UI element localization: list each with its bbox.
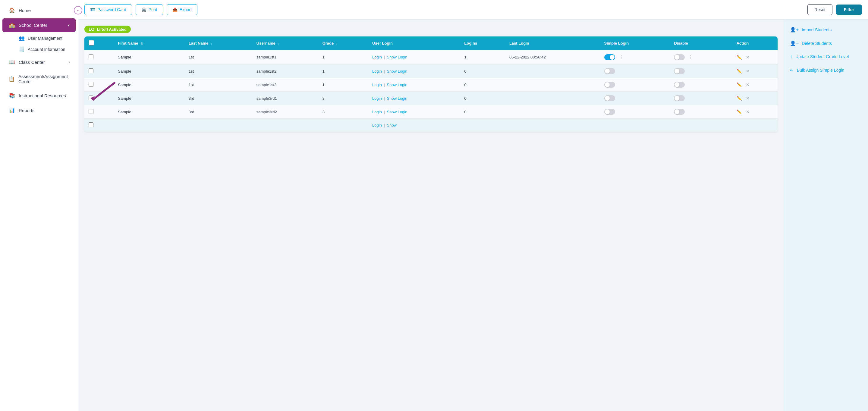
edit-button[interactable]: ✏️ xyxy=(737,69,742,73)
sort-grade-icon[interactable]: ↕ xyxy=(336,42,338,45)
disable-toggle[interactable] xyxy=(674,95,685,101)
row-checkbox-cell[interactable] xyxy=(84,64,114,78)
delete-button[interactable]: ✕ xyxy=(746,55,749,60)
show-login-link[interactable]: Show Login xyxy=(387,55,407,59)
export-icon: 📤 xyxy=(173,7,178,12)
delete-students-action[interactable]: 👤− Delete Students xyxy=(790,39,862,47)
edit-button[interactable]: ✏️ xyxy=(737,55,742,60)
edit-button[interactable]: ✏️ xyxy=(737,96,742,101)
disable-toggle[interactable] xyxy=(674,82,685,88)
cell-disable[interactable]: ⋮ xyxy=(670,50,732,64)
cell-disable[interactable] xyxy=(670,78,732,92)
show-login-link[interactable]: Show Login xyxy=(387,83,407,87)
login-link[interactable]: Login xyxy=(372,96,382,101)
bulk-assign-action[interactable]: ↵ Bulk Assign Simple Login xyxy=(790,66,862,74)
filter-button[interactable]: Filter xyxy=(836,4,862,15)
sidebar-item-school-center-label: School Center xyxy=(19,23,47,28)
sidebar-item-user-management[interactable]: 👥 User Management xyxy=(6,33,78,44)
password-card-button[interactable]: 🪪 Password Card xyxy=(84,4,132,15)
cell-simple-login[interactable] xyxy=(600,64,670,78)
disable-toggle[interactable] xyxy=(674,109,685,115)
sort-first-name-icon[interactable]: ⇅ xyxy=(141,42,143,45)
cell-user-login: Login | Show Login xyxy=(368,50,460,64)
delete-button[interactable]: ✕ xyxy=(746,109,749,114)
delete-button[interactable]: ✕ xyxy=(746,69,749,73)
simple-login-dots[interactable]: ⋮ xyxy=(617,54,625,61)
simple-login-cell[interactable] xyxy=(604,82,666,88)
disable-cell[interactable] xyxy=(674,109,728,115)
simple-login-cell[interactable]: ⋮ xyxy=(604,54,666,61)
row-checkbox[interactable] xyxy=(89,122,93,127)
sidebar-item-assessment[interactable]: 📋 Assessment/Assignment Center xyxy=(2,70,76,88)
disable-toggle[interactable] xyxy=(674,68,685,74)
row-checkbox-cell[interactable] xyxy=(84,78,114,92)
login-link[interactable]: Login xyxy=(372,55,382,59)
row-checkbox[interactable] xyxy=(89,82,93,87)
sidebar-item-class-center[interactable]: 📖 Class Center › xyxy=(2,56,76,69)
simple-login-cell[interactable] xyxy=(604,68,666,74)
show-login-link[interactable]: Show Login xyxy=(387,110,407,114)
edit-button[interactable]: ✏️ xyxy=(737,109,742,114)
cell-grade xyxy=(318,119,368,132)
login-link[interactable]: Login xyxy=(372,123,382,127)
cell-simple-login[interactable] xyxy=(600,119,670,132)
simple-login-cell[interactable] xyxy=(604,109,666,115)
cell-simple-login[interactable] xyxy=(600,105,670,119)
edit-button[interactable]: ✏️ xyxy=(737,82,742,87)
simple-login-toggle[interactable] xyxy=(604,95,615,101)
show-login-link[interactable]: Show Login xyxy=(387,96,407,101)
simple-login-toggle[interactable] xyxy=(604,109,615,115)
cell-simple-login[interactable] xyxy=(600,92,670,105)
reset-button[interactable]: Reset xyxy=(807,4,832,15)
cell-disable[interactable] xyxy=(670,64,732,78)
login-link[interactable]: Login xyxy=(372,69,382,73)
row-checkbox-cell[interactable] xyxy=(84,50,114,64)
disable-cell[interactable] xyxy=(674,68,728,74)
print-button[interactable]: 🖨️ Print xyxy=(135,4,163,15)
show-login-link[interactable]: Show Login xyxy=(387,69,407,73)
import-students-action[interactable]: 👤+ Import Students xyxy=(790,26,862,34)
table-area: LO Liftoff Activated First Name ⇅ Last N… xyxy=(79,20,784,411)
select-all-header[interactable] xyxy=(84,36,114,50)
cell-last-login xyxy=(505,92,600,105)
row-checkbox[interactable] xyxy=(89,109,93,114)
cell-simple-login[interactable]: ⋮ xyxy=(600,50,670,64)
cell-disable[interactable] xyxy=(670,92,732,105)
cell-disable[interactable] xyxy=(670,105,732,119)
export-button[interactable]: 📤 Export xyxy=(167,4,197,15)
disable-toggle[interactable] xyxy=(674,54,685,60)
disable-dots[interactable]: ⋮ xyxy=(687,54,695,61)
row-checkbox-cell[interactable] xyxy=(84,119,114,132)
delete-button[interactable]: ✕ xyxy=(746,82,749,87)
login-link[interactable]: Login xyxy=(372,110,382,114)
sort-last-name-icon[interactable]: ↕ xyxy=(211,42,212,45)
simple-login-toggle[interactable] xyxy=(604,68,615,74)
cell-user-login: Login | Show Login xyxy=(368,92,460,105)
update-grade-action[interactable]: ↑ Update Student Grade Level xyxy=(790,53,862,61)
sidebar-item-account-information[interactable]: 🗒️ Account Information xyxy=(6,44,78,55)
back-button[interactable]: ← xyxy=(74,6,82,14)
row-checkbox[interactable] xyxy=(89,68,93,73)
cell-disable[interactable] xyxy=(670,119,732,132)
simple-login-toggle[interactable] xyxy=(604,82,615,88)
sidebar-item-instructional[interactable]: 📚 Instructional Resources xyxy=(2,89,76,102)
login-link[interactable]: Login xyxy=(372,83,382,87)
row-checkbox-cell[interactable] xyxy=(84,92,114,105)
sidebar-item-reports[interactable]: 📊 Reports xyxy=(2,104,76,117)
disable-cell[interactable] xyxy=(674,95,728,101)
row-checkbox[interactable] xyxy=(89,54,93,59)
sort-username-icon[interactable]: ↕ xyxy=(278,42,279,45)
row-checkbox-cell[interactable] xyxy=(84,105,114,119)
disable-cell[interactable] xyxy=(674,82,728,88)
cell-logins: 1 xyxy=(460,50,505,64)
select-all-checkbox[interactable] xyxy=(89,40,94,45)
delete-button[interactable]: ✕ xyxy=(746,96,749,101)
disable-cell[interactable]: ⋮ xyxy=(674,54,728,61)
simple-login-toggle[interactable] xyxy=(604,54,615,60)
row-checkbox[interactable] xyxy=(89,96,93,100)
simple-login-cell[interactable] xyxy=(604,95,666,101)
sidebar-item-school-center[interactable]: 🏫 School Center ▾ xyxy=(2,19,76,32)
sidebar-item-home[interactable]: 🏠 Home xyxy=(2,4,76,17)
cell-simple-login[interactable] xyxy=(600,78,670,92)
show-login-link[interactable]: Show xyxy=(387,123,397,127)
